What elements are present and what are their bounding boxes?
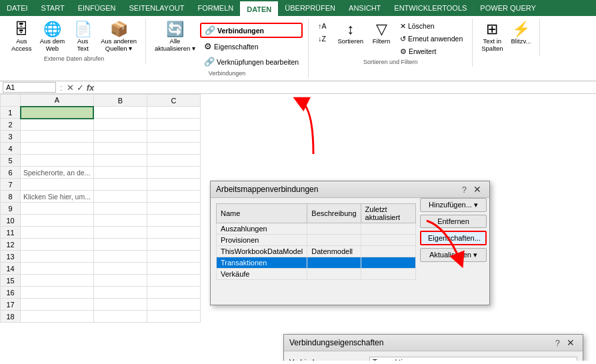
cp-dialog-title: Verbindungseigenschaften (289, 338, 551, 347)
external-data-group: 🗄 AusAccess 🌐 Aus demWeb 📄 AusText 📦 Aus… (5, 19, 146, 63)
table-row: 11 (1, 227, 201, 239)
flash-icon: ⚡ (512, 22, 530, 37)
refresh-all-icon: 🔄 (166, 22, 184, 37)
cell-b1[interactable] (93, 107, 147, 119)
tab-einfuegen[interactable]: EINFÜGEN (71, 1, 123, 16)
col-header-a: A (21, 95, 94, 107)
table-row: 14 (1, 263, 201, 275)
tab-start[interactable]: START (35, 1, 71, 16)
aus-anderen-button[interactable]: 📦 Aus anderenQuellen ▾ (97, 20, 140, 54)
text-icon: 📄 (74, 22, 92, 37)
text-spalten-button[interactable]: ⊞ Text inSpalten (478, 20, 506, 54)
cp-name-input[interactable] (369, 357, 577, 361)
col-header-c: C (147, 95, 200, 107)
web-icon: 🌐 (43, 22, 61, 37)
cell-a1[interactable] (21, 107, 94, 119)
sort-az-button[interactable]: ↑A (314, 20, 330, 32)
table-row: 18 (1, 311, 201, 323)
table-row: 7 (1, 179, 201, 191)
formula-bar: : ✕ ✓ fx (0, 81, 596, 94)
tab-formeln[interactable]: FORMELN (191, 1, 240, 16)
tab-seitenlayout[interactable]: SEITENLAYOUT (122, 1, 191, 16)
formula-icons: ✕ ✓ fx (67, 83, 95, 93)
connections-icon: 🔗 (205, 25, 215, 35)
corner-cell (1, 95, 21, 107)
links-icon: 🔗 (204, 57, 215, 67)
sort-za-button[interactable]: ↓Z (314, 33, 330, 45)
formula-separator: : (59, 83, 64, 93)
other-sources-icon: 📦 (110, 22, 128, 37)
wb-connections-table: Name Beschreibung Zuletzt aktualisiert A… (216, 203, 416, 280)
alle-aktualisieren-button[interactable]: 🔄 Alleaktualisieren ▾ (151, 20, 199, 54)
text-columns-icon: ⊞ (486, 22, 498, 37)
red-arrow-2 (420, 214, 473, 274)
blitzvorschau-button[interactable]: ⚡ Blitzv... (507, 20, 534, 54)
cp-help-icon[interactable]: ? (555, 338, 560, 348)
tab-daten[interactable]: DATEN (240, 1, 278, 16)
verknuepfungen-button[interactable]: 🔗 Verknüpfungen bearbeiten (200, 55, 303, 69)
list-item[interactable]: Auszahlungen (217, 223, 416, 235)
sort-icon: ↕ (347, 22, 354, 37)
table-row: 17 (1, 299, 201, 311)
spreadsheet: A B C 1 2 3 4 5 6Speicherorte, an de... … (0, 94, 201, 323)
wb-help-icon[interactable]: ? (462, 185, 467, 195)
confirm-formula-icon[interactable]: ✓ (77, 83, 84, 93)
add-button[interactable]: Hinzufügen... ▾ (420, 198, 487, 212)
list-item[interactable]: Verkäufe (217, 269, 416, 280)
cancel-formula-icon[interactable]: ✕ (67, 83, 74, 93)
cp-dialog-body: Verbindungsname: Beschreibung: Verwendun… (284, 351, 583, 361)
table-row: 8Klicken Sie hier, um... (1, 191, 201, 203)
table-row: 5 (1, 155, 201, 167)
verbindungen-button[interactable]: 🔗 Verbindungen (200, 23, 303, 38)
name-box[interactable] (3, 82, 56, 93)
table-row: 2 (1, 119, 201, 131)
sortieren-button[interactable]: ↕ Sortieren (334, 20, 367, 57)
filter-icon: ▽ (376, 22, 387, 37)
loeschen-button[interactable]: ✕ Löschen (396, 20, 467, 32)
aus-access-button[interactable]: 🗄 AusAccess (8, 20, 35, 54)
aus-text-button[interactable]: 📄 AusText (69, 20, 96, 54)
list-item[interactable]: Provisionen (217, 235, 416, 246)
wb-dialog-titlebar: Arbeitsmappenverbindungen ? ✕ (211, 181, 489, 198)
connections-label: Verbindungen (209, 70, 246, 77)
cell-c1[interactable] (147, 107, 200, 119)
cp-close-button[interactable]: ✕ (564, 337, 577, 348)
tab-power-query[interactable]: POWER QUERY (473, 1, 543, 16)
table-row: 6Speicherorte, an de... (1, 167, 201, 179)
ribbon-body: 🗄 AusAccess 🌐 Aus demWeb 📄 AusText 📦 Aus… (0, 16, 596, 81)
erneut-button[interactable]: ↺ Erneut anwenden (396, 33, 467, 45)
table-row: 15 (1, 275, 201, 287)
ribbon-tabs: DATEI START EINFÜGEN SEITENLAYOUT FORMEL… (0, 0, 596, 16)
tab-ueberpruefen[interactable]: ÜBERPRÜFEN (278, 1, 342, 16)
insert-function-icon[interactable]: fx (87, 83, 95, 93)
cp-name-row: Verbindungsname: (289, 357, 577, 361)
tab-entwicklertools[interactable]: ENTWICKLERTOOLS (387, 1, 473, 16)
properties-icon: ⚙ (204, 41, 212, 51)
table-row: 9 (1, 203, 201, 215)
sort-filter-group: ↑A ↓Z ↕ Sortieren ▽ Filtern ✕ Löschen ↺ … (311, 19, 473, 67)
filtern-button[interactable]: ▽ Filtern (368, 20, 395, 57)
list-item[interactable]: Transaktionen (217, 257, 416, 269)
table-row: 12 (1, 239, 201, 251)
access-icon: 🗄 (14, 22, 29, 37)
wb-col-updated: Zuletzt aktualisiert (361, 204, 415, 223)
text-columns-group: ⊞ Text inSpalten ⚡ Blitzv... (475, 19, 540, 55)
table-row: 13 (1, 251, 201, 263)
table-row: 16 (1, 287, 201, 299)
table-row: 1 (1, 107, 201, 119)
list-item[interactable]: ThisWorkbookDataModel Datenmodell (217, 246, 416, 257)
aus-web-button[interactable]: 🌐 Aus demWeb (37, 20, 69, 54)
row-num-1: 1 (1, 107, 21, 119)
tab-ansicht[interactable]: ANSICHT (342, 1, 387, 16)
table-row: 4 (1, 143, 201, 155)
external-data-label: Externe Daten abrufen (44, 55, 105, 62)
tab-datei[interactable]: DATEI (0, 1, 35, 16)
col-header-b: B (93, 95, 147, 107)
sort-filter-label: Sortieren und Filtern (363, 59, 418, 65)
cp-name-label: Verbindungsname: (289, 358, 369, 361)
wb-close-button[interactable]: ✕ (471, 184, 484, 195)
red-arrow-1 (293, 94, 333, 161)
table-row: 3 (1, 131, 201, 143)
eigenschaften-button[interactable]: ⚙ Eigenschaften (200, 39, 303, 53)
erweitert-button[interactable]: ⚙ Erweitert (396, 45, 467, 57)
